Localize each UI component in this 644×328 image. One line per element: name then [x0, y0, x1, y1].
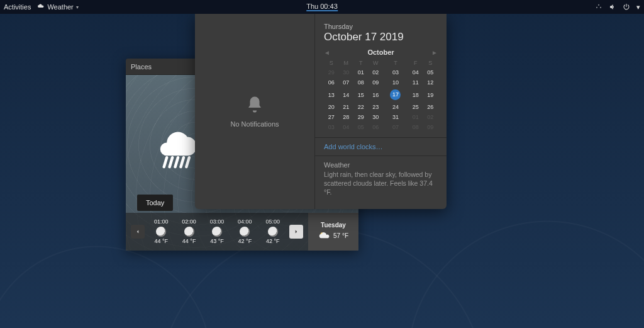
calendar-day[interactable]: 26 [423, 102, 438, 112]
calendar-day[interactable]: 18 [408, 88, 423, 102]
weather-app-icon [37, 3, 45, 11]
hour-temp: 44 °F [154, 238, 169, 245]
svg-line-2 [175, 157, 178, 167]
activities-button[interactable]: Activities [4, 3, 31, 11]
calendar-day[interactable]: 30 [369, 112, 384, 122]
clock-label: Thu 00:43 [306, 3, 338, 10]
app-menu-label: Weather [47, 3, 73, 11]
calendar-day[interactable]: 05 [353, 122, 369, 132]
calendar-day[interactable]: 08 [408, 122, 423, 132]
calendar-day[interactable]: 08 [353, 77, 369, 88]
next-day-card[interactable]: Tuesday 57 °F [308, 213, 358, 251]
prev-month-button[interactable]: ◄ [324, 49, 330, 56]
calendar-day[interactable]: 01 [353, 67, 369, 77]
calendar-day[interactable]: 10 [383, 77, 408, 88]
hour-time: 04:00 [238, 218, 252, 225]
calendar-day[interactable]: 03 [324, 122, 339, 132]
weather-section-heading: Weather [324, 161, 438, 169]
hour-time: 05:00 [265, 218, 280, 225]
hour-time: 01:00 [154, 218, 169, 225]
hour-temp: 42 °F [265, 238, 280, 245]
svg-line-0 [164, 157, 167, 167]
add-world-clocks-link[interactable]: Add world clocks… [324, 143, 438, 150]
svg-line-4 [186, 157, 189, 167]
calendar-day[interactable]: 29 [353, 112, 369, 122]
calendar-day[interactable]: 05 [423, 67, 438, 77]
clock-button[interactable]: Thu 00:43 [306, 3, 338, 11]
hour-temp: 44 °F [182, 238, 196, 245]
calendar-day[interactable]: 17 [383, 88, 408, 102]
today-tab[interactable]: Today [137, 195, 173, 211]
calendar-day[interactable]: 14 [339, 88, 354, 102]
volume-icon [609, 3, 616, 11]
calendar-day[interactable]: 11 [408, 77, 423, 88]
calendar-day[interactable]: 07 [339, 77, 354, 88]
next-day-temp: 57 °F [333, 232, 348, 239]
moon-icon [268, 227, 278, 237]
calendar-day[interactable]: 02 [369, 67, 384, 77]
hour-temp: 43 °F [210, 238, 225, 245]
calendar-grid[interactable]: SMTWTFS 29300102030405060708091011121314… [324, 59, 438, 132]
calendar-day[interactable]: 27 [324, 112, 339, 122]
today-label: Today [146, 199, 164, 206]
calendar-day[interactable]: 04 [339, 122, 354, 132]
bell-icon [245, 95, 264, 115]
next-day-label: Tuesday [321, 222, 346, 229]
calendar-day[interactable]: 22 [353, 102, 369, 112]
calendar-day[interactable]: 16 [369, 88, 384, 102]
calendar-day[interactable]: 15 [353, 88, 369, 102]
hour-time: 03:00 [210, 218, 225, 225]
calendar-day[interactable]: 28 [339, 112, 354, 122]
hourly-next-button[interactable] [289, 225, 303, 239]
weekday-head: M [339, 59, 354, 67]
calendar-day[interactable]: 19 [423, 88, 438, 102]
calendar-day[interactable]: 04 [408, 67, 423, 77]
moon-icon [240, 227, 250, 237]
no-notifications-label: No Notifications [230, 120, 279, 128]
calendar-day[interactable]: 21 [339, 102, 354, 112]
calendar-day[interactable]: 07 [383, 122, 408, 132]
hour-cell: 04:0042 °F [238, 218, 252, 245]
weekday-head: T [353, 59, 369, 67]
hour-temp: 42 °F [238, 238, 252, 245]
hour-cell: 05:0042 °F [265, 218, 280, 245]
full-date-label: October 17 2019 [324, 31, 438, 43]
calendar-day[interactable]: 30 [339, 67, 354, 77]
places-tab[interactable]: Places [131, 63, 152, 71]
calendar-day[interactable]: 25 [408, 102, 423, 112]
moon-icon [184, 227, 194, 237]
month-name: October [367, 48, 394, 56]
moon-icon [212, 227, 222, 237]
hour-cell: 03:0043 °F [210, 218, 225, 245]
weekday-head: S [423, 59, 438, 67]
next-month-button[interactable]: ► [431, 49, 438, 56]
calendar-day[interactable]: 12 [423, 77, 438, 88]
svg-line-3 [180, 157, 183, 167]
system-status-area[interactable]: ▾ [595, 3, 640, 11]
caret-down-icon: ▾ [636, 3, 640, 11]
calendar-day[interactable]: 24 [383, 102, 408, 112]
calendar-day[interactable]: 09 [369, 77, 384, 88]
calendar-day[interactable]: 20 [324, 102, 339, 112]
calendar-day[interactable]: 29 [324, 67, 339, 77]
hourly-forecast-bar: 01:0044 °F02:0044 °F03:0043 °F04:0042 °F… [126, 213, 358, 251]
calendar-day[interactable]: 13 [324, 88, 339, 102]
calendar-day[interactable]: 31 [383, 112, 408, 122]
weekday-head: T [383, 59, 408, 67]
calendar-day[interactable]: 09 [423, 122, 438, 132]
calendar-day[interactable]: 06 [324, 77, 339, 88]
calendar-pane: Thursday October 17 2019 ◄ October ► SMT… [315, 14, 447, 209]
moon-icon [156, 227, 166, 237]
hourly-prev-button[interactable] [131, 225, 145, 239]
notifications-pane: No Notifications [195, 14, 315, 209]
calendar-day[interactable]: 01 [408, 112, 423, 122]
calendar-day[interactable]: 03 [383, 67, 408, 77]
calendar-day[interactable]: 02 [423, 112, 438, 122]
power-icon [623, 3, 630, 11]
hour-cell: 02:0044 °F [182, 218, 196, 245]
app-menu[interactable]: Weather ▾ [37, 3, 78, 11]
calendar-day[interactable]: 23 [369, 102, 384, 112]
calendar-day[interactable]: 06 [369, 122, 384, 132]
hour-cell: 01:0044 °F [154, 218, 169, 245]
hour-time: 02:00 [182, 218, 196, 225]
